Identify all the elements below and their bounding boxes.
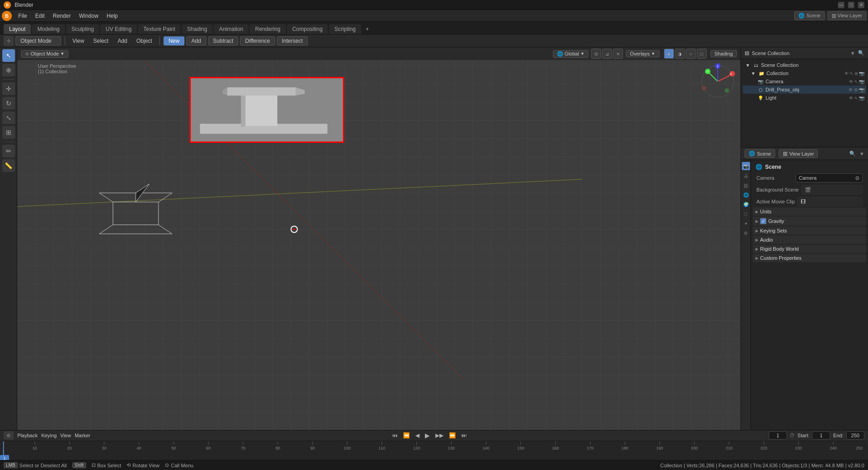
navigation-gizmo[interactable]: X Y Z — [700, 63, 736, 100]
outliner-item-camera[interactable]: 📷 Camera 👁 ↖ 📷 — [743, 77, 866, 86]
toggle-hide-btn[interactable]: ⊕ — [854, 71, 858, 76]
tab-compositing[interactable]: Compositing — [287, 24, 328, 34]
viewport-overlays-btn[interactable]: Overlays ▼ — [626, 50, 659, 57]
outliner-item-scene-collection[interactable]: ▼ 🗂 Scene Collection — [743, 61, 866, 69]
tool-measure[interactable]: 📏 — [2, 159, 15, 172]
tool-select[interactable]: ↖ — [2, 49, 15, 62]
light-restrict-btn[interactable]: 👁 — [849, 96, 853, 101]
tab-layout[interactable]: Layout — [4, 24, 31, 34]
active-movie-clip-value[interactable]: 🎞 — [797, 197, 863, 206]
menu-help[interactable]: Help — [103, 12, 122, 20]
prev-frame-btn[interactable]: ◀ — [414, 431, 421, 440]
scene-selector[interactable]: 🌐 Scene — [794, 11, 824, 20]
props-scene-icon[interactable]: 🌐 — [742, 191, 750, 199]
toggle-select-btn[interactable]: ↖ — [850, 71, 853, 76]
frame-end-display[interactable]: 250 — [846, 431, 864, 440]
menu-window[interactable]: Window — [75, 12, 102, 20]
mode-icon[interactable]: ⊹ — [4, 36, 14, 46]
camera-select-btn[interactable]: ↖ — [854, 79, 858, 84]
drill-modifier-btn[interactable]: ⚙ — [854, 87, 858, 92]
props-scene-btn[interactable]: 🌐 Scene — [745, 149, 775, 158]
drill-render-btn[interactable]: 📷 — [859, 87, 864, 92]
header-add[interactable]: Add — [114, 37, 131, 45]
minimize-button[interactable]: — — [838, 2, 844, 8]
add-workspace-button[interactable]: + — [362, 24, 373, 34]
current-frame-display[interactable]: 1 — [769, 431, 787, 440]
keying-menu[interactable]: Keying — [41, 433, 57, 438]
menu-file[interactable]: File — [15, 12, 31, 20]
toggle-render-btn[interactable]: 📷 — [859, 71, 864, 76]
background-scene-value[interactable]: 🎬 — [802, 185, 863, 194]
jump-end-btn[interactable]: ⏭ — [460, 431, 469, 440]
viewport-proportional-icon[interactable]: ⊿ — [602, 49, 612, 59]
props-render-icon[interactable]: 📷 — [742, 162, 750, 170]
units-section-header[interactable]: ▶ Units — [753, 207, 866, 216]
menu-render[interactable]: Render — [49, 12, 74, 20]
jump-start-btn[interactable]: ⏮ — [390, 431, 399, 440]
keying-sets-header[interactable]: ▶ Keying Sets — [753, 227, 866, 235]
outliner-item-collection[interactable]: ▼ 📁 Collection 👁 ↖ ⊕ 📷 — [743, 69, 866, 77]
timeline-ruler[interactable]: 10 20 30 40 50 60 70 80 90 100 — [0, 441, 868, 460]
props-filter-icon[interactable]: ▼ — [859, 151, 864, 157]
close-button[interactable]: ✕ — [858, 2, 864, 8]
light-render-btn[interactable]: 📷 — [859, 96, 864, 101]
tab-uv-editing[interactable]: UV Editing — [100, 24, 137, 34]
camera-restrict-btn[interactable]: 👁 — [849, 79, 853, 84]
header-object[interactable]: Object — [133, 37, 156, 45]
camera-property-value[interactable]: Camera ⊙ — [796, 173, 863, 182]
audio-section-header[interactable]: ▶ Audio — [753, 236, 866, 244]
tool-rotate[interactable]: ↻ — [2, 97, 15, 110]
viewport-global-btn[interactable]: 🌐 Global ▼ — [553, 50, 589, 58]
props-particles-icon[interactable]: ✦ — [742, 219, 750, 227]
props-world-icon[interactable]: 🌍 — [742, 200, 750, 208]
viewport-mode-btn[interactable]: ⊹ Object Mode ▼ — [21, 50, 68, 58]
3d-cursor[interactable] — [291, 226, 298, 233]
menu-edit[interactable]: Edit — [31, 12, 48, 20]
solid-shading-btn[interactable]: ● — [664, 49, 674, 59]
tool-annotate[interactable]: ✏ — [2, 145, 15, 157]
light-select-btn[interactable]: ↖ — [854, 96, 858, 101]
next-keyframe-btn[interactable]: ⏩ — [447, 431, 458, 440]
outliner-item-drill-press[interactable]: ⬡ Drill_Press_obj 👁 ⚙ 📷 — [743, 86, 866, 94]
viewport-3d[interactable]: ⊹ Object Mode ▼ 🌐 Global ▼ ⊙ ⊿ ≡ Overlay… — [17, 47, 740, 430]
tab-shading[interactable]: Shading — [182, 24, 213, 34]
props-output-icon[interactable]: 🖨 — [742, 172, 750, 180]
props-physics-icon[interactable]: ⚙ — [742, 229, 750, 237]
tab-sculpting[interactable]: Sculpting — [66, 24, 99, 34]
timeline-expand-btn[interactable]: ⊙ — [4, 431, 14, 440]
tab-rendering[interactable]: Rendering — [250, 24, 286, 34]
intersect-button[interactable]: Intersect — [277, 36, 308, 45]
tab-animation[interactable]: Animation — [214, 24, 249, 34]
tab-scripting[interactable]: Scripting — [329, 24, 361, 34]
view-layer-selector[interactable]: ▥ View Layer — [827, 11, 866, 20]
outliner-search-icon[interactable]: 🔍 — [858, 50, 864, 56]
tab-texture-paint[interactable]: Texture Paint — [138, 24, 181, 34]
gravity-checkbox[interactable] — [760, 218, 766, 224]
toggle-restrict-btn[interactable]: 👁 — [844, 71, 849, 76]
add-button[interactable]: Add — [186, 36, 206, 45]
rendered-shading-btn[interactable]: ○ — [686, 49, 696, 59]
tab-modeling[interactable]: Modeling — [32, 24, 65, 34]
material-shading-btn[interactable]: ◑ — [675, 49, 685, 59]
props-view-layer-btn[interactable]: ▥ View Layer — [779, 149, 818, 158]
camera-render-btn[interactable]: 📷 — [859, 79, 864, 84]
marker-menu[interactable]: Marker — [75, 433, 90, 438]
gravity-section-header[interactable]: ▶ Gravity — [753, 217, 866, 226]
header-view[interactable]: View — [69, 37, 88, 45]
custom-properties-header[interactable]: ▶ Custom Properties — [753, 254, 866, 262]
drill-restrict-btn[interactable]: 👁 — [848, 87, 853, 92]
props-search-icon[interactable]: 🔍 — [849, 151, 856, 157]
header-select[interactable]: Select — [90, 37, 112, 45]
new-button[interactable]: New — [163, 36, 184, 45]
viewport-extra-icon[interactable]: ≡ — [613, 49, 623, 59]
blender-logo-menu[interactable]: B — [2, 11, 12, 21]
viewport-snap-icon[interactable]: ⊙ — [591, 49, 601, 59]
play-btn[interactable]: ▶ — [423, 431, 432, 440]
tool-cursor[interactable]: ⊕ — [2, 64, 15, 76]
tool-move[interactable]: ✛ — [2, 82, 15, 95]
wireframe-shading-btn[interactable]: □ — [697, 49, 707, 59]
tool-transform[interactable]: ⊞ — [2, 126, 15, 139]
props-object-icon[interactable]: ⬡ — [742, 210, 750, 218]
outliner-item-light[interactable]: 💡 Light 👁 ↖ 📷 — [743, 94, 866, 102]
view-menu[interactable]: View — [60, 433, 71, 438]
